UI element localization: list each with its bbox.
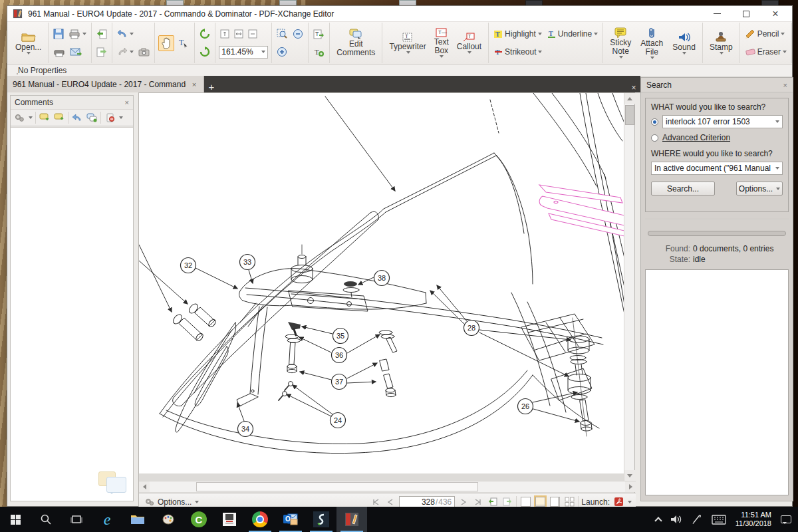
hand-tool-button[interactable] (158, 35, 174, 51)
callout-button[interactable]: T Callout (454, 23, 485, 63)
search-scope-input[interactable] (654, 164, 773, 173)
zoom-in-button[interactable] (275, 46, 289, 58)
new-tab-button[interactable]: + (204, 81, 219, 92)
rotate-cw-button[interactable] (198, 46, 211, 58)
comments-more-caret[interactable] (119, 116, 123, 119)
expand-comments-icon[interactable] (39, 112, 51, 124)
redo-button[interactable] (116, 47, 135, 57)
page-number-box[interactable]: / 436 (399, 496, 455, 507)
continuous-layout-button[interactable] (534, 496, 546, 508)
previous-view-button[interactable] (95, 29, 108, 40)
search-button[interactable]: Search... (651, 182, 715, 196)
fit-width-button[interactable] (233, 29, 245, 39)
email-button[interactable] (68, 47, 83, 57)
zoom-area-button[interactable] (275, 28, 289, 40)
next-view-button[interactable] (501, 496, 513, 508)
minimize-button[interactable] (711, 8, 723, 20)
horizontal-scrollbar[interactable] (139, 481, 636, 492)
previous-view-button[interactable] (487, 496, 499, 508)
fit-page-button[interactable] (219, 29, 231, 39)
s-app-button[interactable] (306, 507, 336, 532)
previous-page-button[interactable] (384, 496, 396, 508)
maximize-button[interactable] (740, 8, 752, 20)
scroll-up-button[interactable] (624, 93, 635, 104)
touch-keyboard-icon[interactable] (712, 515, 726, 525)
internet-explorer-button[interactable]: e (92, 507, 122, 532)
fit-visible-button[interactable] (247, 29, 259, 39)
file-explorer-button[interactable] (122, 507, 153, 532)
vertical-scroll-thumb[interactable] (625, 105, 634, 125)
search-query-combo[interactable] (662, 115, 783, 128)
taskbar-clock[interactable]: 11:51 AM 11/30/2018 (735, 511, 771, 528)
advanced-criterion-link[interactable]: Advanced Criterion (662, 133, 730, 142)
comments-options-caret[interactable] (29, 116, 33, 119)
collapse-comments-icon[interactable] (53, 112, 65, 124)
search-panel-close-icon[interactable]: × (783, 81, 787, 89)
reply-comment-icon[interactable] (71, 112, 83, 124)
outlook-button[interactable]: O (275, 507, 306, 532)
start-button[interactable] (0, 507, 31, 532)
export-page-text-button[interactable]: T (312, 29, 326, 40)
pdf-page[interactable]: 32333835363728243426 (139, 93, 624, 473)
tab-close-icon[interactable]: × (190, 80, 198, 88)
attach-file-button[interactable]: Attach File (637, 23, 666, 63)
launch-adobe-reader-icon[interactable] (612, 496, 624, 508)
save-button[interactable] (52, 28, 65, 40)
scroll-down-button[interactable] (624, 470, 635, 481)
comments-options-gear-icon[interactable] (13, 112, 25, 124)
add-text-button[interactable]: T (312, 47, 326, 58)
snapshot-button[interactable] (137, 47, 151, 57)
undo-button[interactable] (116, 29, 135, 39)
stamp-button[interactable]: Stamp (706, 23, 736, 63)
search-options-button[interactable]: Options... (736, 182, 783, 196)
text-box-button[interactable]: T— Text Box (431, 23, 452, 63)
comments-panel-close-icon[interactable]: × (125, 98, 129, 106)
rotate-ccw-button[interactable] (198, 28, 211, 40)
next-page-button[interactable] (458, 496, 469, 508)
zoom-level-combo[interactable] (219, 46, 268, 59)
single-page-layout-button[interactable] (519, 496, 531, 508)
select-text-tool-button[interactable]: T (176, 37, 191, 50)
tray-expand-chevron-icon[interactable] (654, 517, 662, 524)
last-page-button[interactable] (472, 496, 484, 508)
horizontal-scroll-thumb[interactable] (196, 482, 478, 491)
next-view-button[interactable] (95, 47, 108, 58)
viewer-options-caret[interactable] (195, 501, 199, 503)
edit-comments-button[interactable]: Edit Comments (333, 23, 378, 63)
summarize-comments-icon[interactable] (86, 112, 98, 124)
strikeout-button[interactable]: TStrikeout (492, 47, 543, 57)
photos-app-button[interactable] (214, 507, 245, 532)
page-number-input[interactable] (412, 497, 435, 507)
eraser-button[interactable]: Eraser (743, 47, 788, 57)
advanced-criterion-radio[interactable] (651, 134, 658, 142)
open-button[interactable]: Open... (12, 23, 45, 63)
zoom-out-button[interactable] (291, 28, 305, 40)
simple-search-radio[interactable] (651, 118, 658, 126)
viewer-options-label[interactable]: Options... (158, 497, 192, 507)
sound-button[interactable]: Sound (669, 23, 699, 63)
taskbar-search-button[interactable] (31, 507, 61, 532)
pdf-xchange-taskbar-button[interactable] (336, 507, 367, 532)
tabbar-close-icon[interactable]: × (627, 83, 640, 92)
print-setup-button[interactable] (52, 47, 66, 58)
search-scope-combo[interactable] (651, 162, 783, 175)
typewriter-button[interactable]: T Typewriter (386, 23, 429, 63)
search-query-input[interactable] (666, 117, 773, 126)
scroll-right-button[interactable] (625, 481, 636, 492)
zoom-level-input[interactable] (221, 47, 259, 57)
c-app-button[interactable]: C (184, 507, 214, 532)
viewer-options-gear-icon[interactable] (143, 496, 155, 508)
delete-comment-icon[interactable] (104, 112, 116, 124)
vertical-scrollbar[interactable] (624, 93, 634, 481)
action-center-icon[interactable] (781, 515, 791, 523)
pencil-button[interactable]: Pencil (743, 29, 787, 39)
task-view-button[interactable] (61, 507, 92, 532)
first-page-button[interactable] (370, 496, 382, 508)
launch-caret[interactable] (628, 501, 632, 503)
search-results-list[interactable] (645, 269, 789, 495)
chrome-button[interactable] (245, 507, 275, 532)
comments-list[interactable] (11, 127, 133, 501)
paint-button[interactable] (153, 507, 184, 532)
underline-button[interactable]: TUnderline (545, 29, 599, 39)
two-page-layout-button[interactable] (549, 496, 561, 508)
